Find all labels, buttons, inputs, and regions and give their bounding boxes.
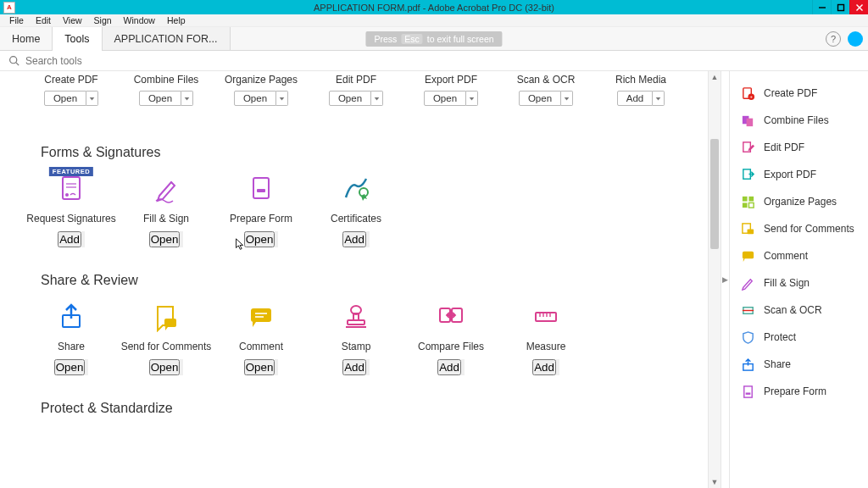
sidebar-item-label: Scan & OCR	[764, 304, 822, 316]
open-button[interactable]: Open	[244, 359, 275, 375]
sidebar-item-share[interactable]: Share	[730, 351, 868, 378]
menu-sign[interactable]: Sign	[88, 15, 118, 25]
tab-tools[interactable]: Tools	[52, 27, 102, 50]
tool-label: Share	[58, 341, 85, 352]
dropdown-button[interactable]	[86, 91, 98, 106]
tool-request-signatures[interactable]: FEATURED Request Signatures Add	[24, 172, 119, 247]
share-icon	[740, 357, 755, 372]
sidebar-item-combine[interactable]: Combine Files	[730, 107, 868, 134]
open-button[interactable]: Open	[139, 91, 181, 106]
dropdown-button[interactable]	[180, 359, 183, 375]
open-button[interactable]: Open	[519, 91, 561, 106]
svg-rect-50	[746, 118, 753, 125]
open-button[interactable]: Open	[329, 91, 371, 106]
tool-comment[interactable]: Comment Open	[214, 300, 309, 375]
dropdown-button[interactable]	[556, 359, 559, 375]
dropdown-button[interactable]	[81, 231, 85, 247]
dropdown-button[interactable]	[275, 359, 278, 375]
tool-label: Edit PDF	[336, 74, 376, 86]
menu-file[interactable]: File	[3, 15, 30, 25]
add-button[interactable]: Add	[58, 231, 81, 247]
measure-icon	[529, 300, 563, 334]
svg-point-16	[65, 193, 69, 197]
tool-compare-files[interactable]: Compare Files Add	[403, 300, 498, 375]
dropdown-button[interactable]	[653, 91, 665, 106]
tool-certificates[interactable]: Certificates Add	[309, 172, 403, 247]
dropdown-button[interactable]	[181, 91, 193, 106]
vertical-scrollbar[interactable]: ▲ ▼	[708, 71, 721, 488]
tool-send-comments[interactable]: Send for Comments Open	[119, 300, 214, 375]
menu-help[interactable]: Help	[161, 15, 192, 25]
featured-badge: FEATURED	[49, 167, 93, 176]
sidebar-item-scan-ocr[interactable]: Scan & OCR	[730, 297, 868, 324]
tool-label: Combine Files	[134, 74, 199, 86]
dropdown-button[interactable]	[275, 231, 278, 247]
scrollbar-thumb[interactable]	[710, 139, 719, 249]
dropdown-button[interactable]	[85, 359, 88, 375]
sidebar-item-protect[interactable]: Protect	[730, 324, 868, 351]
tool-share[interactable]: Share Open	[24, 300, 119, 375]
add-button[interactable]: Add	[342, 231, 366, 247]
sidebar-item-comment[interactable]: Comment	[730, 242, 868, 269]
scroll-down-icon[interactable]: ▼	[709, 476, 721, 488]
add-button[interactable]: Add	[342, 359, 366, 375]
search-input[interactable]	[25, 55, 195, 67]
tool-label: Stamp	[342, 341, 371, 352]
menu-edit[interactable]: Edit	[30, 15, 57, 25]
maximize-button[interactable]	[831, 0, 849, 14]
sidebar-item-fill-sign[interactable]: Fill & Sign	[730, 269, 868, 297]
dropdown-button[interactable]	[561, 91, 573, 106]
tool-label: Create PDF	[44, 74, 97, 86]
tool-stamp[interactable]: Stamp Add	[309, 300, 403, 375]
sidebar-item-create-pdf[interactable]: +Create PDF	[730, 80, 868, 107]
tool-measure[interactable]: Measure Add	[498, 300, 593, 375]
add-button[interactable]: Add	[617, 91, 653, 106]
dropdown-button[interactable]	[371, 91, 383, 106]
open-button[interactable]: Open	[149, 231, 181, 247]
dropdown-button[interactable]	[461, 359, 465, 375]
svg-rect-26	[164, 319, 176, 327]
sidebar-item-edit[interactable]: Edit PDF	[730, 134, 868, 161]
tool-fill-sign[interactable]: Fill & Sign Open	[119, 172, 214, 247]
open-button[interactable]: Open	[234, 91, 276, 106]
search-icon	[8, 55, 19, 66]
open-button[interactable]: Open	[424, 91, 466, 106]
add-button[interactable]: Add	[532, 359, 556, 375]
close-button[interactable]	[849, 0, 868, 14]
tool-label: Compare Files	[418, 341, 484, 352]
titlebar: A APPLICATION FORM.pdf - Adobe Acrobat P…	[0, 0, 868, 14]
dropdown-button[interactable]	[366, 231, 370, 247]
sidebar-item-send-comments[interactable]: Send for Comments	[730, 215, 868, 242]
search-row	[0, 51, 868, 71]
user-avatar[interactable]	[848, 31, 863, 47]
open-button[interactable]: Open	[244, 231, 275, 247]
dropdown-button[interactable]	[466, 91, 478, 106]
open-button[interactable]: Open	[54, 359, 86, 375]
tool-label: Request Signatures	[26, 213, 115, 225]
hint-rest: to exit full screen	[427, 34, 494, 44]
tab-document[interactable]: APPLICATION FOR...	[103, 27, 231, 50]
dropdown-button[interactable]	[366, 359, 370, 375]
share-row: Share Open Send for Comments Open Commen…	[24, 300, 708, 375]
dropdown-button[interactable]	[180, 231, 183, 247]
sidebar-item-organize[interactable]: Organize Pages	[730, 188, 868, 215]
tool-prepare-form[interactable]: Prepare Form Open	[214, 172, 309, 247]
send-comments-icon	[149, 300, 183, 334]
minimize-button[interactable]	[812, 0, 831, 14]
menu-window[interactable]: Window	[118, 15, 161, 25]
tab-home[interactable]: Home	[0, 27, 52, 50]
open-button[interactable]: Open	[44, 91, 86, 106]
dropdown-button[interactable]	[276, 91, 288, 106]
svg-marker-11	[565, 97, 570, 101]
sidebar-item-prepare-form[interactable]: Prepare Form	[730, 378, 868, 405]
sidebar-item-export[interactable]: Export PDF	[730, 161, 868, 188]
scroll-up-icon[interactable]: ▲	[709, 71, 721, 83]
collapse-pane-button[interactable]: ▶	[721, 71, 729, 488]
app-icon: A	[3, 2, 15, 14]
tab-row: Home Tools APPLICATION FOR... Press Esc …	[0, 27, 868, 51]
open-button[interactable]: Open	[149, 359, 181, 375]
help-icon[interactable]: ?	[826, 31, 841, 47]
hint-press: Press	[374, 34, 397, 44]
menu-view[interactable]: View	[57, 15, 88, 25]
add-button[interactable]: Add	[437, 359, 461, 375]
